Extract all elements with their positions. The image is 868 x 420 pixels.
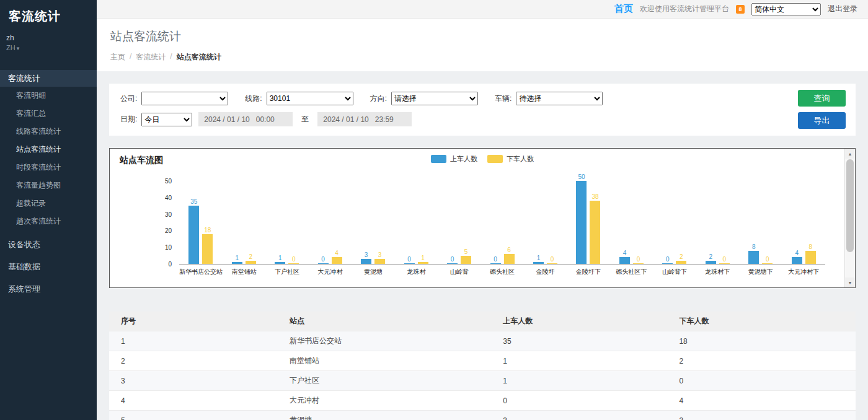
x-axis-label: 山岭背 <box>438 265 480 276</box>
sidebar-item[interactable]: 趟次客流统计 <box>0 212 97 230</box>
bar-group: 48 <box>782 182 825 264</box>
welcome-text: 欢迎使用客流统计管理平台 <box>640 4 729 14</box>
bar-group: 3518 <box>179 182 222 264</box>
y-tick-label: 40 <box>165 195 172 201</box>
x-axis-label: 金陵圩 <box>524 265 567 276</box>
table-cell: 0 <box>498 391 674 411</box>
bar: 0 <box>318 256 329 264</box>
bar-group: 5038 <box>567 182 609 264</box>
y-tick-label: 0 <box>168 261 172 268</box>
table-cell: 2 <box>109 351 285 371</box>
table-cell: 1 <box>498 371 674 391</box>
x-axis-label: 下户社区 <box>265 265 308 276</box>
bar-value-label: 0 <box>766 256 769 263</box>
vehicle-filter: 车辆: 待选择 <box>495 92 603 105</box>
x-axis-label: 龙珠村下 <box>696 265 739 276</box>
bar-rect <box>719 263 730 264</box>
home-link[interactable]: 首页 <box>614 3 633 15</box>
bar-rect <box>246 261 256 264</box>
sidebar-item[interactable]: 线路客流统计 <box>0 123 97 141</box>
table-cell: 1 <box>109 331 285 351</box>
x-axis-label: 新华书店公交站 <box>179 265 223 276</box>
bar-value-label: 3 <box>365 252 368 258</box>
table-row: 5黄泥塘33 <box>109 411 856 420</box>
bar-rect <box>576 181 587 264</box>
vehicle-select[interactable]: 待选择 <box>516 92 603 105</box>
sidebar-section[interactable]: 系统管理 <box>0 281 97 297</box>
scroll-down-icon[interactable]: ▼ <box>845 278 855 287</box>
sidebar: 客流统计 zh ZH▾ 客流统计客流明细客流汇总线路客流统计站点客流统计时段客流… <box>0 0 97 420</box>
direction-select[interactable]: 请选择 <box>391 92 478 105</box>
bar-value-label: 18 <box>204 227 211 234</box>
bar-group: 01 <box>394 182 437 264</box>
x-axis-label: 山岭背下 <box>653 265 696 276</box>
export-button[interactable]: 导出 <box>798 112 846 129</box>
bar: 1 <box>232 255 242 264</box>
date-preset-select[interactable]: 今日 <box>141 113 192 126</box>
legend-item: 上车人数 <box>431 154 477 164</box>
bar: 18 <box>202 227 213 264</box>
bar: 4 <box>619 250 630 264</box>
sidebar-item[interactable]: 超载记录 <box>0 195 97 212</box>
bar-rect <box>288 263 299 264</box>
sidebar-item[interactable]: 客流汇总 <box>0 105 97 123</box>
table-cell: 2 <box>674 351 856 371</box>
table-cell: 18 <box>674 331 856 351</box>
date-start-input[interactable] <box>198 112 293 126</box>
bar-rect <box>232 262 242 264</box>
bar-value-label: 4 <box>623 250 627 256</box>
language-switcher[interactable]: ZH▾ <box>0 42 97 51</box>
line-filter: 线路: 30101 <box>245 92 353 105</box>
sidebar-item[interactable]: 客流量趋势图 <box>0 177 97 195</box>
bar: 4 <box>332 250 342 264</box>
bar-rect <box>202 234 213 264</box>
bar-group: 33 <box>352 182 394 264</box>
bar-value-label: 1 <box>278 255 282 261</box>
breadcrumb-item[interactable]: 主页 <box>110 52 125 63</box>
bar-group: 06 <box>480 182 523 264</box>
scrollbar-thumb[interactable] <box>846 159 854 252</box>
direction-filter: 方向: 请选择 <box>370 92 478 105</box>
bar: 1 <box>533 255 544 264</box>
bar: 3 <box>361 252 371 264</box>
bar: 0 <box>762 256 773 264</box>
logout-link[interactable]: 退出登录 <box>828 4 857 14</box>
page-title: 站点客流统计 <box>110 28 854 45</box>
table-cell: 新华书店公交站 <box>285 331 498 351</box>
language-code: ZH <box>6 44 16 51</box>
bar-value-label: 0 <box>292 256 296 263</box>
sidebar-item[interactable]: 客流明细 <box>0 87 97 105</box>
date-end-input[interactable] <box>317 112 412 126</box>
bar-value-label: 0 <box>723 256 727 263</box>
x-axis-labels: 新华书店公交站南堂铺站下户社区大元冲村黄泥塘龙珠村山岭背磜头社区金陵圩金陵圩下磜… <box>179 265 825 276</box>
bar-value-label: 38 <box>591 193 598 200</box>
query-button[interactable]: 查询 <box>798 90 846 107</box>
company-select[interactable] <box>141 92 228 105</box>
sidebar-item[interactable]: 站点客流统计 <box>0 141 97 159</box>
bar-group: 04 <box>308 182 351 264</box>
bar: 0 <box>719 256 730 264</box>
bar-rect <box>762 263 773 264</box>
vehicle-label: 车辆: <box>495 94 512 104</box>
line-select[interactable]: 30101 <box>267 92 353 105</box>
breadcrumb-item[interactable]: 客流统计 <box>136 52 166 63</box>
table-cell: 下户社区 <box>285 371 498 391</box>
bar-rect <box>748 251 759 264</box>
scroll-up-icon[interactable]: ▲ <box>845 149 855 159</box>
bar-rect <box>461 256 471 264</box>
table-cell: 南堂铺站 <box>285 351 498 371</box>
bar-value-label: 0 <box>451 256 454 263</box>
table-row: 1新华书店公交站3518 <box>109 331 856 351</box>
bar: 35 <box>188 198 199 264</box>
sidebar-section[interactable]: 设备状态 <box>0 236 97 253</box>
chart-scrollbar[interactable]: ▲ ▼ <box>844 149 855 287</box>
date-label: 日期: <box>120 114 137 125</box>
sidebar-item[interactable]: 时段客流统计 <box>0 159 97 177</box>
sidebar-section[interactable]: 基础数据 <box>0 258 97 275</box>
notification-badge: 8 <box>736 5 745 14</box>
sidebar-section[interactable]: 客流统计 <box>0 70 97 87</box>
bar-rect <box>404 263 415 264</box>
x-axis-label: 金陵圩下 <box>567 265 609 276</box>
x-axis-label: 南堂铺站 <box>223 265 265 276</box>
language-select[interactable]: 简体中文 <box>751 3 821 15</box>
